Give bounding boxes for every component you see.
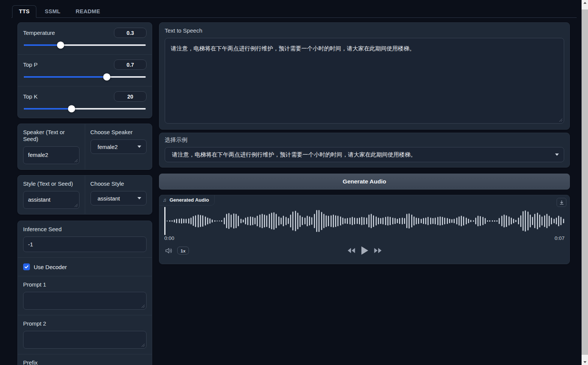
temperature-slider-thumb[interactable] (57, 42, 64, 49)
example-selector-card: 选择示例 请注意，电梯将在下午两点进行例行维护，预计需要一个小时的时间，请大家在… (159, 133, 570, 168)
top-p-slider[interactable] (24, 76, 146, 78)
tab-tts[interactable]: TTS (12, 5, 36, 18)
waveform-bar (392, 218, 393, 225)
top-p-slider-thumb[interactable] (103, 74, 110, 81)
prompt2-input[interactable] (23, 331, 147, 349)
use-decoder-checkbox[interactable] (23, 263, 30, 270)
waveform-bar (262, 214, 263, 228)
waveform-bar (501, 216, 502, 227)
waveform-bar (494, 220, 495, 221)
waveform-bar (181, 218, 182, 224)
inference-seed-input[interactable] (23, 237, 147, 252)
play-button[interactable] (360, 246, 368, 255)
choose-style-dropdown[interactable]: assistant (90, 191, 147, 205)
prefix-row: Prefix (18, 354, 152, 365)
top-k-slider-thumb[interactable] (68, 105, 75, 113)
waveform-bar (299, 215, 301, 227)
waveform-bar (427, 217, 429, 225)
waveform-bar (207, 218, 208, 225)
waveform-bar (546, 214, 547, 228)
prompt1-label: Prompt 1 (23, 281, 46, 288)
waveform-bar (378, 218, 379, 225)
scrollbar-up-arrow-icon[interactable] (583, 2, 586, 4)
fast-forward-button[interactable] (373, 248, 382, 254)
waveform-bar (373, 215, 374, 227)
waveform-bar (390, 217, 391, 225)
waveform-bar (214, 220, 215, 221)
top-p-label: Top P (23, 61, 37, 68)
waveform-bar (200, 215, 201, 227)
waveform-bar (456, 218, 457, 225)
scrollbar-thumb[interactable] (582, 9, 588, 355)
example-dropdown[interactable]: 请注意，电梯将在下午两点进行例行维护，预计需要一个小时的时间，请大家在此期间使用… (165, 147, 564, 162)
waveform-bar (212, 219, 213, 222)
waveform-bar (368, 215, 370, 227)
waveform-bar (549, 216, 550, 226)
scrollbar-down-arrow-icon[interactable] (583, 361, 586, 363)
waveform-bar (421, 219, 422, 223)
text-to-speech-input[interactable]: 请注意，电梯将在下午两点进行例行维护，预计需要一个小时的时间，请大家在此期间使用… (165, 38, 564, 124)
inference-seed-label: Inference Seed (23, 226, 62, 232)
top-k-value-input[interactable] (114, 91, 147, 102)
chevron-down-icon (137, 146, 141, 148)
volume-icon (165, 247, 173, 254)
style-input[interactable]: assistant (23, 191, 80, 209)
waveform-bar (245, 218, 246, 224)
waveform-bar (252, 217, 253, 225)
waveform-bar (359, 218, 360, 225)
download-audio-button[interactable] (557, 198, 566, 207)
waveform-bar (440, 216, 441, 226)
waveform-bar (376, 216, 377, 226)
waveform-bar (416, 218, 417, 225)
volume-button[interactable] (165, 247, 173, 254)
generate-audio-button[interactable]: Generate Audio (159, 174, 570, 190)
top-p-value-input[interactable] (114, 60, 147, 70)
waveform-bar (285, 217, 287, 225)
waveform-bar (188, 218, 189, 224)
waveform-bar (482, 217, 484, 225)
tts-tab-panel: Temperature Top P (11, 18, 577, 365)
waveform-bar (382, 218, 384, 225)
waveform-bar (544, 215, 545, 227)
waveform-bar (342, 218, 343, 225)
prompt2-row: Prompt 2 (18, 315, 152, 354)
waveform-bar (326, 215, 327, 227)
waveform-bar (432, 218, 434, 224)
browser-scrollbar[interactable] (582, 0, 588, 365)
waveform-bar (541, 216, 543, 226)
waveform-bar (337, 216, 338, 226)
waveform-bar (302, 217, 303, 225)
waveform-bar (193, 216, 194, 226)
choose-speaker-dropdown[interactable]: female2 (90, 139, 147, 154)
waveform-bar (480, 216, 481, 226)
playback-speed-button[interactable]: 1x (177, 247, 189, 255)
temperature-slider[interactable] (24, 44, 146, 46)
waveform-bar (316, 210, 317, 232)
temperature-value-input[interactable] (114, 28, 147, 38)
waveform-bar (354, 218, 355, 225)
parameters-column: Temperature Top P (17, 22, 152, 365)
waveform-bar (380, 218, 381, 224)
waveform-bar (236, 214, 237, 228)
waveform-bar (219, 221, 220, 221)
waveform-bar (411, 215, 412, 228)
waveform-bar (527, 211, 529, 230)
waveform-bar (264, 215, 265, 227)
waveform-bar (205, 216, 206, 226)
style-label: Style (Text or Seed) (23, 180, 73, 187)
waveform-bar (309, 216, 310, 226)
waveform-bar (345, 218, 346, 224)
waveform-bar (311, 217, 312, 225)
waveform-bar (283, 216, 284, 226)
speaker-label: Speaker (Text or Seed) (23, 129, 65, 142)
speaker-input[interactable]: female2 (23, 146, 80, 164)
rewind-button[interactable] (347, 248, 356, 254)
tab-readme[interactable]: README (69, 5, 107, 18)
waveform-bar (347, 218, 348, 224)
prompt1-input[interactable] (23, 292, 147, 310)
playback-cursor[interactable] (164, 207, 165, 235)
audio-waveform[interactable] (164, 209, 565, 233)
tab-ssml[interactable]: SSML (38, 5, 67, 18)
top-k-slider[interactable] (24, 108, 146, 110)
fast-forward-icon (373, 248, 382, 254)
